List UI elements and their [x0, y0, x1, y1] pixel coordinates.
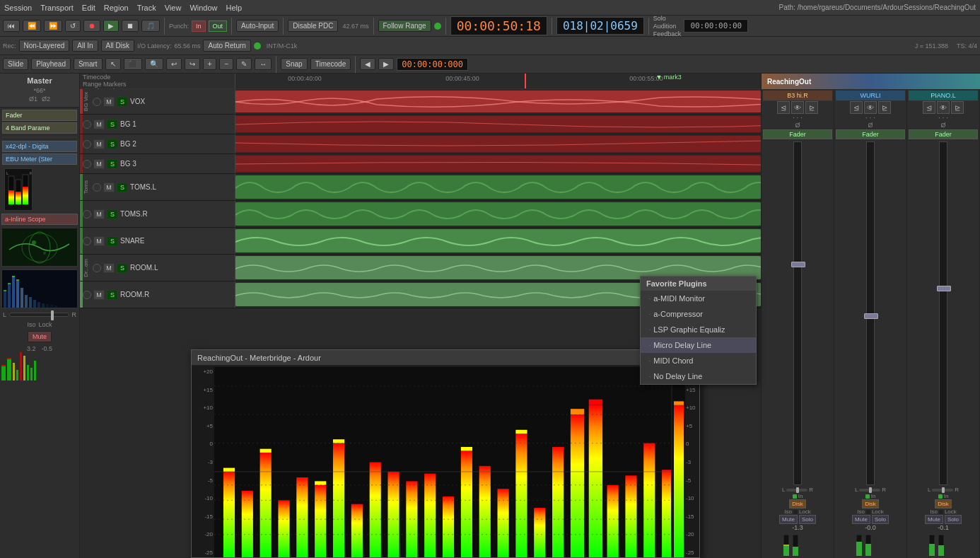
- select-mode-button[interactable]: ↖: [105, 58, 121, 70]
- track-rec-rooml[interactable]: [93, 264, 101, 272]
- ch-fold-icon[interactable]: ⊴: [777, 101, 790, 114]
- fast-fwd-button[interactable]: ⏩: [44, 20, 62, 32]
- all-disk-button[interactable]: All Disk: [101, 40, 134, 52]
- ch-plugin-fader-piano[interactable]: Fader: [909, 129, 978, 139]
- track-region-snare[interactable]: [235, 229, 761, 252]
- ch-pan-b3[interactable]: [786, 489, 807, 492]
- track-solo-roomr[interactable]: S: [107, 290, 118, 300]
- disable-pdc-button[interactable]: Disable PDC: [288, 20, 338, 32]
- track-mute-rooml[interactable]: M: [103, 263, 115, 273]
- ch-mute-btn-b3[interactable]: Mute: [779, 515, 798, 524]
- compressor-plugin[interactable]: x42-dpl - Digita: [2, 141, 77, 152]
- punch-out-button[interactable]: Out: [209, 21, 228, 32]
- track-mute-tomsl[interactable]: M: [103, 182, 115, 192]
- track-rec-roomr[interactable]: [83, 291, 91, 299]
- fav-item-compressor[interactable]: · a-Compressor: [641, 306, 756, 322]
- menu-region[interactable]: Region: [104, 4, 129, 12]
- stop-button[interactable]: ⏹: [122, 20, 139, 32]
- track-record-btn[interactable]: [93, 98, 101, 106]
- zoom-mode-button[interactable]: 🔍: [145, 58, 163, 70]
- ch-fold-icon-piano[interactable]: ⊴: [923, 101, 935, 114]
- track-mute-bg3[interactable]: M: [93, 159, 105, 169]
- follow-range-button[interactable]: Follow Range: [378, 20, 431, 32]
- auto-return-button[interactable]: Auto Return: [203, 40, 250, 52]
- zoom-in-button[interactable]: +: [203, 58, 217, 70]
- track-region-bg1[interactable]: [235, 116, 761, 132]
- track-region-bg3[interactable]: [235, 156, 761, 172]
- timecode-button[interactable]: Timecode: [310, 58, 351, 70]
- ch-fader-wurli[interactable]: [866, 141, 875, 485]
- track-region-bg2[interactable]: [235, 136, 761, 152]
- fader-plugin[interactable]: Fader: [2, 110, 77, 121]
- track-solo-snare[interactable]: S: [107, 236, 118, 246]
- track-mute-roomr[interactable]: M: [93, 290, 105, 300]
- ch-disk-btn-wurli[interactable]: Disk: [862, 499, 879, 508]
- track-region-tomsr[interactable]: [235, 202, 761, 226]
- auto-input-button[interactable]: Auto-Input: [236, 20, 279, 32]
- track-solo-bg1[interactable]: S: [107, 120, 118, 129]
- smart-button[interactable]: Smart: [74, 58, 103, 70]
- track-solo-tomsl[interactable]: S: [117, 182, 128, 192]
- play-button[interactable]: ▶: [103, 20, 119, 32]
- ch-mute-btn-wurli[interactable]: Mute: [852, 515, 870, 524]
- fader-track[interactable]: [9, 313, 69, 317]
- ch-fold-icon-wurli[interactable]: ⊴: [850, 101, 863, 114]
- ch-eye-icon[interactable]: 👁: [791, 101, 804, 114]
- track-rec-bg2[interactable]: [83, 140, 91, 149]
- loop-button[interactable]: ↺: [65, 20, 81, 32]
- menu-track[interactable]: Track: [137, 4, 156, 12]
- track-region-vox[interactable]: [235, 91, 761, 112]
- prev-marker-button[interactable]: ⏮: [3, 20, 20, 32]
- menu-help[interactable]: Help: [226, 4, 243, 12]
- fav-item-midi-monitor[interactable]: · a-MIDI Monitor: [641, 291, 756, 306]
- track-mute-bg1[interactable]: M: [93, 120, 105, 129]
- ch-plugin-fader-b3[interactable]: Fader: [763, 129, 832, 139]
- track-solo-bg3[interactable]: S: [107, 159, 118, 169]
- track-mute-snare[interactable]: M: [93, 236, 105, 246]
- ch-fader-piano[interactable]: [939, 141, 947, 485]
- track-mute-bg2[interactable]: M: [93, 139, 105, 149]
- track-solo-rooml[interactable]: S: [117, 263, 128, 273]
- track-mute-btn[interactable]: M: [103, 97, 115, 107]
- ch-link-icon-wurli[interactable]: ⊵: [878, 101, 891, 114]
- track-solo-btn[interactable]: S: [117, 97, 128, 107]
- ch-solo-btn-piano[interactable]: Solo: [945, 515, 962, 524]
- track-solo-bg2[interactable]: S: [107, 139, 118, 149]
- track-mute-tomsr[interactable]: M: [93, 209, 105, 219]
- snap-button[interactable]: Snap: [281, 58, 307, 70]
- track-rec-tomsl[interactable]: [93, 183, 101, 192]
- zoom-out-button[interactable]: −: [219, 58, 233, 70]
- mute-button[interactable]: Mute: [28, 331, 52, 342]
- slide-button[interactable]: Slide: [3, 58, 28, 70]
- track-rec-snare[interactable]: [83, 237, 91, 245]
- ch-disk-btn-piano[interactable]: Disk: [935, 499, 952, 508]
- eq-plugin[interactable]: 4 Band Parame: [2, 122, 77, 134]
- punch-in-button[interactable]: In: [192, 21, 206, 32]
- record-button[interactable]: ⏺: [83, 20, 100, 32]
- draw-button[interactable]: ✎: [236, 58, 252, 70]
- prev-loc-button[interactable]: ◀: [360, 58, 375, 70]
- true-peak-plugin[interactable]: a-Inline Scope: [1, 214, 78, 225]
- track-rec-tomsr[interactable]: [83, 210, 91, 219]
- non-layered-button[interactable]: Non-Layered: [19, 40, 70, 52]
- fav-item-midi-chord[interactable]: · MIDI Chord: [641, 353, 756, 368]
- menu-window[interactable]: Window: [189, 4, 217, 12]
- track-solo-tomsr[interactable]: S: [107, 209, 118, 219]
- ch-pan-piano[interactable]: [932, 489, 953, 492]
- ch-eye-icon-wurli[interactable]: 👁: [864, 101, 877, 114]
- ch-link-icon-piano[interactable]: ⊵: [951, 101, 964, 114]
- ch-disk-btn-b3[interactable]: Disk: [789, 499, 806, 508]
- ch-pan-wurli[interactable]: [859, 489, 880, 492]
- ch-link-icon[interactable]: ⊵: [805, 101, 818, 114]
- click-button[interactable]: 🎵: [141, 20, 160, 32]
- redo-button[interactable]: ↪: [185, 58, 200, 70]
- menu-session[interactable]: Session: [4, 4, 32, 12]
- track-rec-bg1[interactable]: [83, 120, 91, 129]
- all-in-button[interactable]: All In: [72, 40, 98, 52]
- ch-solo-btn-wurli[interactable]: Solo: [872, 515, 889, 524]
- track-rec-bg3[interactable]: [83, 160, 91, 168]
- playhead-button[interactable]: Playhead: [31, 58, 71, 70]
- ch-solo-btn-b3[interactable]: Solo: [799, 515, 816, 524]
- track-region-tomsl[interactable]: [235, 175, 761, 199]
- rewind-button[interactable]: ⏪: [23, 20, 41, 32]
